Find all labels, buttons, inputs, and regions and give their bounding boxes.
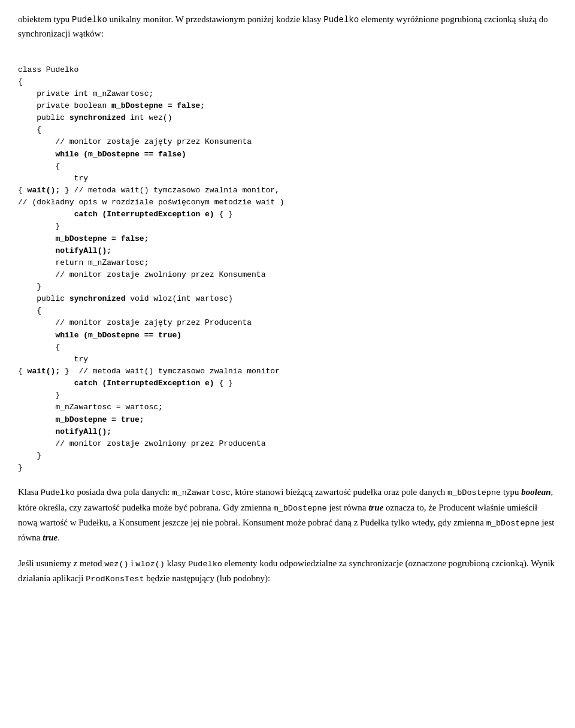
prose2-ProdKonsTest: ProdKonsTest xyxy=(86,575,144,584)
prose1-m_nZawartosc: m_nZawartosc xyxy=(172,488,231,497)
prose2-wloz: wloz() xyxy=(135,560,165,569)
prose1-part2: posiada dwa pola danych: xyxy=(75,487,172,497)
intro-pudelko-2: Pudelko xyxy=(323,15,359,25)
prose2-part3: klasy xyxy=(165,558,188,568)
prose1-boolean: boolean xyxy=(521,487,550,497)
prose2-part5: będzie następujący (lub podobny): xyxy=(144,573,271,583)
prose2-part1: Jeśli usuniemy z metod xyxy=(18,558,104,568)
prose1-part9: . xyxy=(58,533,60,542)
prose2-part2: i xyxy=(129,558,136,568)
prose1-pudelko: Pudelko xyxy=(41,488,75,497)
prose-paragraph-2: Jeśli usuniemy z metod wez() i wloz() kl… xyxy=(18,556,557,587)
intro-text-1: obiektem typu xyxy=(18,14,72,24)
prose1-part4: typu xyxy=(501,487,521,497)
prose1-part6: jest równa xyxy=(327,503,369,512)
prose1-m_bDostepne: m_bDostepne xyxy=(447,488,501,497)
prose1-part1: Klasa xyxy=(18,487,41,497)
prose-paragraph-1: Klasa Pudelko posiada dwa pola danych: m… xyxy=(18,485,557,545)
prose1-m_bDostepne2: m_bDostepne xyxy=(274,504,327,513)
prose1-true2: true xyxy=(43,533,58,542)
code-line-1: class Pudelko { private int m_nZawartosc… xyxy=(18,65,285,473)
intro-pudelko-1: Pudelko xyxy=(72,15,107,25)
intro-paragraph: obiektem typu Pudelko unikalny monitor. … xyxy=(18,12,557,41)
intro-text-2: unikalny monitor. W przedstawionym poniż… xyxy=(107,14,323,24)
prose1-m_bDostepne3: m_bDostepne xyxy=(486,519,540,528)
code-block: class Pudelko { private int m_nZawartosc… xyxy=(18,49,557,476)
prose2-wez: wez() xyxy=(104,560,129,569)
prose1-true: true xyxy=(368,503,383,512)
prose2-pudelko: Pudelko xyxy=(188,560,222,569)
prose1-part3: , które stanowi bieżącą zawartość pudełk… xyxy=(231,487,447,497)
